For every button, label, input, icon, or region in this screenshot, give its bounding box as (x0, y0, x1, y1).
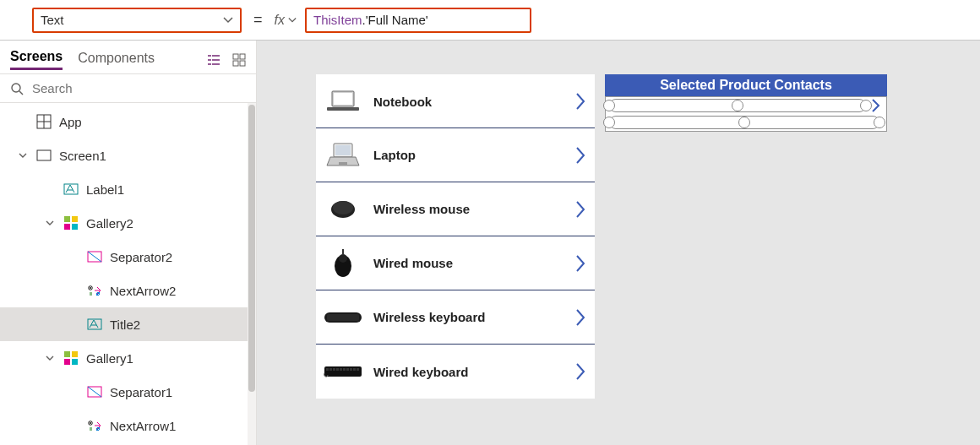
tree-node-gallery2[interactable]: Gallery2 (0, 206, 256, 240)
tree-label: NextArrow1 (110, 419, 176, 433)
product-image (324, 248, 362, 279)
svg-rect-41 (333, 368, 335, 371)
tree-outline-icon[interactable] (207, 53, 220, 67)
tree-node-label1[interactable]: Label1 (0, 172, 256, 206)
tree-label: Title2 (110, 317, 140, 332)
svg-rect-19 (64, 351, 70, 357)
product-gallery[interactable]: Notebook Laptop Wireless mouse (316, 74, 595, 399)
formula-bar: Text = fx ThisItem.'Full Name' (0, 0, 980, 41)
tree-node-nextarrow2[interactable]: NextArrow2 (0, 274, 256, 307)
tree-scrollbar[interactable] (248, 103, 256, 445)
resize-handle[interactable] (738, 117, 750, 128)
app-icon (35, 114, 52, 129)
chevron-right-icon[interactable] (574, 308, 586, 327)
nextarrow-icon (86, 285, 103, 296)
formula-rest: .'Full Name' (362, 13, 427, 27)
svg-point-7 (12, 84, 20, 92)
chevron-right-icon[interactable] (574, 200, 586, 219)
separator-icon (86, 251, 103, 263)
svg-rect-14 (72, 224, 78, 230)
gallery-placeholder-row (606, 97, 886, 114)
fx-button[interactable]: fx (275, 13, 297, 28)
tree-node-title2[interactable]: Title2 (0, 307, 256, 341)
gallery-item[interactable]: Wireless keyboard (316, 290, 595, 345)
app-surface: Notebook Laptop Wireless mouse (316, 74, 980, 399)
label-icon (86, 318, 103, 330)
main-area: Screens Components App (0, 41, 980, 445)
title-placeholder[interactable] (609, 116, 879, 129)
resize-handle[interactable] (603, 100, 615, 111)
svg-rect-45 (346, 368, 349, 371)
property-name: Text (41, 13, 64, 27)
resize-handle[interactable] (874, 117, 885, 128)
tree-panel: Screens Components App (0, 41, 257, 445)
nextarrow-icon (86, 420, 103, 431)
resize-handle[interactable] (860, 100, 872, 111)
product-image (324, 356, 362, 387)
title-placeholder[interactable] (609, 99, 866, 112)
gallery-item[interactable]: Laptop (316, 128, 595, 182)
tree-label: Separator2 (110, 250, 172, 264)
gallery-placeholder-row (606, 114, 886, 131)
tree-node-separator1[interactable]: Separator1 (0, 375, 256, 409)
svg-rect-43 (340, 368, 342, 371)
svg-point-1 (210, 59, 211, 61)
tree-label: App (59, 115, 82, 129)
contacts-gallery[interactable] (605, 96, 887, 132)
separator-icon (86, 386, 103, 398)
canvas[interactable]: Notebook Laptop Wireless mouse (257, 41, 980, 445)
tree-label: NextArrow2 (110, 284, 176, 298)
tree-node-nextarrow1[interactable]: NextArrow1 (0, 409, 256, 442)
svg-rect-21 (64, 359, 70, 365)
chevron-right-icon[interactable] (574, 92, 586, 111)
equals-sign: = (253, 11, 263, 29)
gallery-title: Notebook (373, 95, 563, 109)
formula-object: ThisItem (313, 13, 362, 27)
gallery-icon (63, 215, 79, 231)
label-icon (63, 183, 79, 195)
svg-rect-31 (339, 162, 347, 165)
caret-down-icon[interactable] (17, 151, 29, 160)
chevron-right-icon[interactable] (574, 146, 586, 165)
svg-rect-11 (64, 216, 70, 222)
product-image (324, 86, 362, 117)
panel-tabs: Screens Components (0, 41, 256, 73)
caret-down-icon[interactable] (44, 354, 56, 362)
svg-rect-48 (357, 368, 359, 371)
svg-rect-39 (326, 368, 329, 371)
chevron-right-icon[interactable] (871, 98, 881, 113)
resize-handle[interactable] (732, 100, 743, 111)
tree-node-app[interactable]: App (0, 105, 256, 138)
caret-down-icon[interactable] (44, 219, 56, 227)
gallery-icon (63, 350, 79, 366)
tree-node-gallery1[interactable]: Gallery1 (0, 341, 256, 375)
svg-rect-5 (233, 61, 238, 66)
tree-node-screen1[interactable]: Screen1 (0, 138, 256, 172)
svg-rect-28 (327, 107, 359, 111)
search-input[interactable] (32, 81, 246, 95)
product-image (324, 194, 362, 225)
tab-components[interactable]: Components (78, 51, 155, 69)
svg-rect-47 (353, 368, 356, 371)
property-selector[interactable]: Text (32, 8, 242, 33)
grid-view-icon[interactable] (232, 53, 246, 67)
svg-rect-22 (72, 359, 78, 365)
svg-point-2 (210, 63, 211, 65)
resize-handle[interactable] (603, 117, 615, 128)
formula-input[interactable]: ThisItem.'Full Name' (305, 8, 531, 33)
gallery-item[interactable]: Wired keyboard (316, 345, 595, 399)
svg-rect-37 (327, 314, 359, 321)
gallery-item[interactable]: Wireless mouse (316, 182, 595, 236)
chevron-right-icon[interactable] (574, 362, 586, 381)
chevron-right-icon[interactable] (574, 254, 586, 273)
product-image (324, 302, 362, 333)
svg-rect-6 (240, 61, 245, 66)
tree-label: Gallery2 (86, 216, 133, 231)
scrollbar-thumb[interactable] (248, 105, 255, 392)
tree-node-separator2[interactable]: Separator2 (0, 240, 256, 274)
gallery-item[interactable]: Notebook (316, 74, 595, 128)
tab-screens[interactable]: Screens (10, 49, 63, 70)
gallery-item[interactable]: Wired mouse (316, 236, 595, 290)
svg-point-33 (333, 201, 353, 214)
right-column: Selected Product Contacts (605, 74, 887, 399)
